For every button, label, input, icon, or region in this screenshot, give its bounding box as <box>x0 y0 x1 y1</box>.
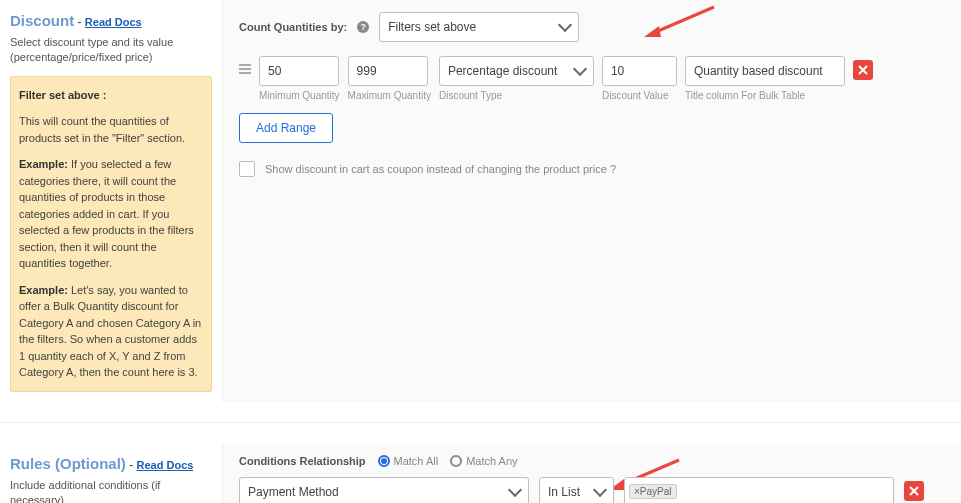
payment-method-tag-input[interactable]: ×PayPal <box>624 477 894 503</box>
select-by-value: In List <box>548 485 580 499</box>
match-any-label: Match Any <box>466 455 517 467</box>
svg-line-0 <box>651 7 714 34</box>
match-all-radio[interactable]: Match All <box>378 455 439 467</box>
show-as-coupon-label: Show discount in cart as coupon instead … <box>265 163 616 175</box>
radio-unchecked-icon <box>450 455 462 467</box>
help-example1-label: Example: <box>19 158 68 170</box>
help-text-1: This will count the quantities of produc… <box>19 113 203 146</box>
count-quantities-label: Count Quantities by: <box>239 21 347 33</box>
count-quantities-select[interactable]: Filters set above <box>379 12 579 42</box>
help-title: Filter set above : <box>19 89 106 101</box>
discount-value: 10 <box>611 64 624 78</box>
min-quantity-input[interactable]: 50 <box>259 56 339 86</box>
help-example2-text: Let's say, you wanted to offer a Bulk Qu… <box>19 284 201 379</box>
add-range-button[interactable]: Add Range <box>239 113 333 143</box>
help-example1-text: If you selected a few categories there, … <box>19 158 194 269</box>
paypal-tag[interactable]: ×PayPal <box>629 484 677 499</box>
drag-handle-icon[interactable] <box>239 64 251 74</box>
condition-type-value: Payment Method <box>248 485 339 499</box>
condition-type-select[interactable]: Payment Method <box>239 477 529 503</box>
match-any-radio[interactable]: Match Any <box>450 455 517 467</box>
rules-read-docs-link[interactable]: Read Docs <box>137 459 194 471</box>
discount-description: Select discount type and its value (perc… <box>10 35 212 66</box>
max-value: 999 <box>357 64 377 78</box>
svg-marker-1 <box>644 26 661 37</box>
help-box: Filter set above : This will count the q… <box>10 76 212 392</box>
select-by-select[interactable]: In List <box>539 477 614 503</box>
min-quantity-label: Minimum Quantity <box>259 90 340 101</box>
title-column-label: Title column For Bulk Table <box>685 90 845 101</box>
discount-type-value: Percentage discount <box>448 64 557 78</box>
chevron-down-icon <box>508 483 522 497</box>
chevron-down-icon <box>573 62 587 76</box>
max-quantity-input[interactable]: 999 <box>348 56 428 86</box>
radio-checked-icon <box>378 455 390 467</box>
chevron-down-icon <box>558 18 572 32</box>
discount-read-docs-link[interactable]: Read Docs <box>85 16 142 28</box>
remove-condition-button[interactable] <box>904 481 924 501</box>
match-all-label: Match All <box>394 455 439 467</box>
title-column-input[interactable]: Quantity based discount <box>685 56 845 86</box>
discount-value-label: Discount Value <box>602 90 677 101</box>
chevron-down-icon <box>593 483 607 497</box>
show-as-coupon-checkbox[interactable] <box>239 161 255 177</box>
max-quantity-label: Maximum Quantity <box>348 90 431 101</box>
info-icon[interactable]: ? <box>357 21 369 33</box>
discount-title: Discount <box>10 12 74 29</box>
discount-value-input[interactable]: 10 <box>602 56 677 86</box>
dash: - <box>129 458 136 472</box>
conditions-relationship-label: Conditions Relationship <box>239 455 366 467</box>
arrow-annotation-icon <box>639 4 719 44</box>
title-column-value: Quantity based discount <box>694 64 823 78</box>
help-example2-label: Example: <box>19 284 68 296</box>
count-quantities-value: Filters set above <box>388 20 476 34</box>
min-value: 50 <box>268 64 281 78</box>
dash: - <box>78 15 85 29</box>
rules-description: Include additional conditions (if necess… <box>10 478 212 503</box>
discount-type-label: Discount Type <box>439 90 594 101</box>
rules-title: Rules (Optional) <box>10 455 126 472</box>
remove-row-button[interactable] <box>853 60 873 80</box>
discount-type-select[interactable]: Percentage discount <box>439 56 594 86</box>
